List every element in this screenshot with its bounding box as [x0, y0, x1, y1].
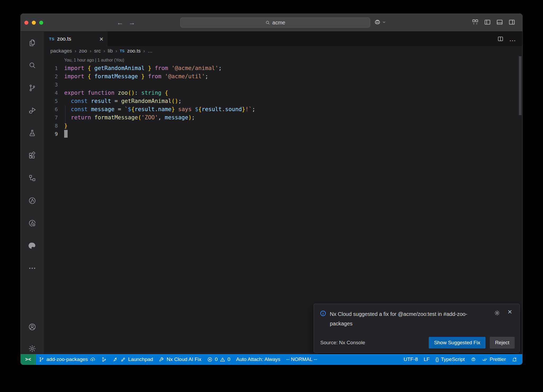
notification-settings-icon[interactable] — [494, 310, 500, 316]
breadcrumb-item-src[interactable]: src — [94, 48, 101, 54]
cloud-upload-icon — [90, 357, 95, 362]
statusbar-item-remote-indicator[interactable]: >< — [21, 354, 36, 365]
gitlens-annotation[interactable]: You, 1 hour ago | 1 author (You) — [44, 56, 522, 64]
info-icon — [320, 309, 326, 317]
nx-cloud-icon — [28, 219, 36, 227]
statusbar-item-git-branch[interactable]: add-zoo-packages — [36, 354, 98, 365]
code-line[interactable]: 1import { getRandomAnimal } from '@acme/… — [44, 64, 522, 72]
statusbar-item-launchpad[interactable]: Launchpad — [110, 354, 156, 365]
line-text: const message = `${result.name} says ${r… — [58, 105, 255, 114]
code-line[interactable]: 7 return formatMessage('ZOO', message); — [44, 114, 522, 122]
close-window-button[interactable] — [24, 21, 28, 25]
code-line[interactable]: 8} — [44, 122, 522, 130]
statusbar-item-nx-cloud-ai-fix[interactable]: Nx Cloud AI Fix — [156, 354, 204, 365]
more-actions-icon[interactable]: … — [509, 35, 516, 43]
statusbar-item-problems[interactable]: 00 — [204, 354, 233, 365]
statusbar-label: 0 — [215, 356, 218, 362]
notification-source: Source: Nx Console — [320, 340, 365, 346]
copilot-menu[interactable] — [374, 19, 386, 26]
activity-explorer[interactable] — [21, 32, 44, 54]
statusbar-item-auto-attach[interactable]: Auto Attach: Always — [233, 354, 283, 365]
notification-close-icon[interactable]: × — [508, 308, 512, 316]
tab-zoo-ts[interactable]: TS zoo.ts × — [44, 32, 108, 46]
activity-extensions[interactable] — [21, 144, 44, 167]
wrench-icon — [159, 357, 164, 362]
statusbar-item-vim-mode[interactable]: -- NORMAL -- — [283, 354, 320, 365]
minimize-window-button[interactable] — [32, 21, 36, 25]
activity-nx-cloud[interactable] — [21, 212, 44, 234]
breadcrumb-item-file[interactable]: zoo.ts — [127, 48, 141, 54]
search-icon — [28, 61, 36, 69]
editor-scrollbar[interactable] — [519, 56, 522, 115]
customize-layout-icon[interactable] — [472, 19, 479, 26]
nx-icon — [28, 197, 36, 205]
activity-settings[interactable] — [21, 344, 44, 353]
code-line[interactable]: 3 — [44, 81, 522, 89]
activity-search[interactable] — [21, 54, 44, 77]
source-control-icon — [28, 84, 36, 92]
statusbar-item-notifications[interactable] — [509, 354, 520, 365]
line-text: const result = getRandomAnimal(); — [58, 97, 182, 105]
copilot-icon — [374, 19, 381, 26]
toggle-secondary-sidebar-icon[interactable] — [508, 19, 515, 26]
breadcrumb-item-packages[interactable]: packages — [50, 48, 72, 54]
activity-source-control[interactable] — [21, 77, 44, 99]
gear-icon — [28, 345, 36, 353]
statusbar-item-language-typescript[interactable]: {}TypeScript — [432, 354, 467, 365]
statusbar-item-source-control-graph[interactable] — [98, 354, 110, 365]
statusbar-label: TypeScript — [441, 356, 465, 362]
split-editor-icon[interactable] — [497, 36, 504, 42]
line-text — [58, 81, 64, 89]
reject-button[interactable]: Reject — [490, 337, 515, 349]
breadcrumb-item-zoo[interactable]: zoo — [79, 48, 87, 54]
statusbar-item-copilot[interactable] — [468, 354, 479, 365]
breadcrumb-separator: › — [115, 48, 117, 54]
beaker-icon — [28, 129, 36, 137]
search-icon — [265, 20, 270, 25]
git-branch-icon — [39, 357, 44, 362]
activity-accounts[interactable] — [21, 322, 44, 331]
indent-guide — [65, 106, 65, 130]
code-line[interactable]: 4export function zoo(): string { — [44, 89, 522, 97]
code-line[interactable]: 9 — [44, 130, 522, 138]
activity-bar — [21, 32, 44, 354]
search-value: acme — [272, 20, 285, 26]
activity-run-and-debug[interactable] — [21, 99, 44, 122]
breadcrumb-separator: › — [143, 48, 145, 54]
statusbar-item-formatter-prettier[interactable]: Prettier — [479, 354, 509, 365]
statusbar-item-encoding[interactable]: UTF-8 — [401, 354, 421, 365]
maximize-window-button[interactable] — [39, 21, 43, 25]
breadcrumb: packages›zoo›src›lib›TSzoo.ts›… — [44, 46, 522, 56]
activity-nx[interactable] — [21, 189, 44, 212]
line-number: 5 — [44, 97, 58, 105]
activity-nx-console[interactable] — [21, 167, 44, 189]
command-center-search[interactable]: acme — [180, 18, 370, 28]
code-line[interactable]: 2import { formatMessage } from '@acme/ut… — [44, 72, 522, 81]
line-number: 7 — [44, 114, 58, 122]
activity-testing[interactable] — [21, 122, 44, 144]
nav-forward-icon[interactable]: → — [129, 19, 135, 27]
toggle-panel-icon[interactable] — [496, 19, 503, 26]
breadcrumb-separator: › — [103, 48, 105, 54]
close-tab-icon[interactable]: × — [99, 36, 103, 42]
line-text: export function zoo(): string { — [58, 89, 168, 97]
warning-icon — [220, 357, 225, 362]
activity-edge-browser[interactable] — [21, 234, 44, 257]
activity-additional-views[interactable] — [21, 257, 44, 280]
statusbar-label: {} — [435, 356, 439, 362]
line-number: 2 — [44, 72, 58, 81]
statusbar-label: Launchpad — [128, 356, 153, 362]
statusbar-item-eol[interactable]: LF — [421, 354, 432, 365]
window-controls — [24, 14, 43, 31]
code-line[interactable]: 6 const message = `${result.name} says $… — [44, 105, 522, 114]
statusbar-label: LF — [424, 356, 430, 362]
breadcrumb-item-lib[interactable]: lib — [108, 48, 113, 54]
show-suggested-fix-button[interactable]: Show Suggested Fix — [429, 337, 485, 349]
line-number: 3 — [44, 81, 58, 89]
code-line[interactable]: 5 const result = getRandomAnimal(); — [44, 97, 522, 105]
breadcrumb-overflow[interactable]: … — [148, 48, 153, 54]
toggle-primary-sidebar-icon[interactable] — [484, 19, 491, 26]
nav-back-icon[interactable]: ← — [117, 19, 123, 27]
statusbar-label: -- NORMAL -- — [286, 356, 317, 362]
edge-icon — [28, 242, 36, 250]
